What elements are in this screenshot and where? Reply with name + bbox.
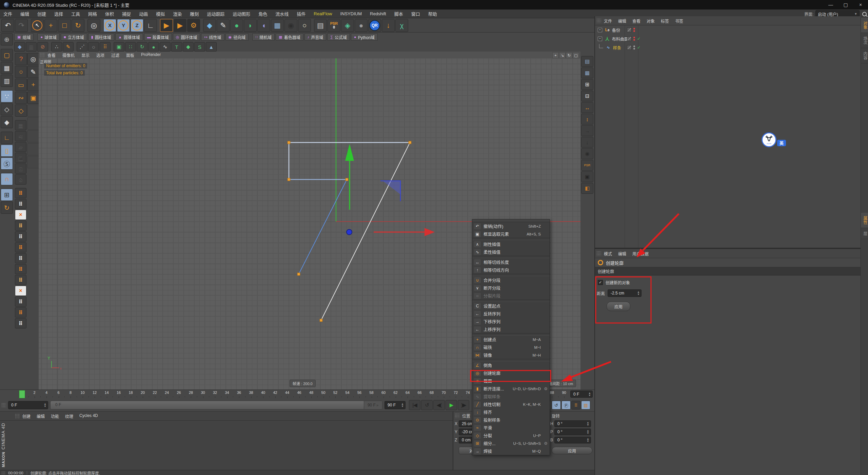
tool-render-settings[interactable]: ⚙ (187, 19, 200, 32)
tool-▲[interactable]: ▲ (206, 42, 217, 52)
menu-item-插件[interactable]: 插件 (297, 11, 305, 17)
enabled-check-icon[interactable]: ✓ (637, 45, 640, 50)
next-key[interactable]: )▶ (458, 400, 469, 410)
swatch-10[interactable]: ⠿ (15, 297, 26, 307)
object-label[interactable]: 样条 (613, 45, 621, 51)
tool-sweep[interactable]: ◗ (244, 19, 257, 32)
keyframe-dots[interactable]: ⠿ (571, 401, 580, 410)
tool-psr[interactable]: PSR0 (328, 19, 340, 32)
menu-item-脚本[interactable]: 脚本 (394, 11, 403, 17)
tool-rotate[interactable]: ↻ (72, 19, 84, 32)
menu-item-创建[interactable]: 创建 (37, 11, 46, 17)
current-frame-field[interactable]: 0 F▲▼ (570, 391, 593, 398)
menu-item-平滑[interactable]: ≈平滑 (472, 424, 550, 432)
menu-item-INSYDIUM[interactable]: INSYDIUM (340, 11, 362, 16)
distance-field[interactable]: -2.5 cm▲▼ (608, 289, 642, 297)
tab-属性[interactable]: 属性 (861, 213, 868, 228)
record-add[interactable]: ◉ (581, 148, 593, 159)
menu-item-运动图形[interactable]: 运动图形 (233, 11, 250, 17)
section-header[interactable]: 创建轮廓 (595, 267, 861, 276)
menu-item-线性切割[interactable]: ╱线性切割K~K, M~K (472, 400, 550, 408)
tool-subdivision-surface[interactable]: ● (230, 19, 243, 32)
menu-item-撤销(动作)[interactable]: ↶撤销(动作)Shift+Z (472, 222, 550, 230)
points-mode[interactable]: ∵ (1, 90, 13, 102)
coord-P-field[interactable]: 0 °▲▼ (554, 429, 591, 435)
swatch-1[interactable]: ⠿ (15, 199, 26, 209)
translate-bubble[interactable]: 英 (777, 140, 786, 146)
menu-item-模拟[interactable]: 模拟 (156, 11, 165, 17)
field-胶囊体域[interactable]: ▬胶囊体域 (144, 33, 172, 41)
outline-tool[interactable]: ◎ (27, 53, 39, 65)
tool-⋰[interactable]: ⋰ (77, 42, 87, 52)
menu-item-捕捉[interactable]: 捕捉 (122, 11, 131, 17)
menu-item-对象[interactable]: 对象 (647, 18, 655, 24)
field-立方体域[interactable]: ■立方体域 (61, 33, 87, 41)
menu-item-分裂[interactable]: ◇分裂U~P (472, 432, 550, 439)
rotate-workplane[interactable]: ↻ (1, 202, 13, 214)
rectangle-selection[interactable]: ▭ (15, 79, 27, 91)
menu-item-查看[interactable]: 查看 (632, 18, 640, 24)
field-圆柱体域[interactable]: ▮圆柱体域 (88, 33, 114, 41)
display-filter[interactable]: ◧ (581, 183, 593, 194)
object-label[interactable]: 布料曲面 (612, 36, 628, 42)
swatch-3[interactable]: ⠿ (15, 221, 26, 231)
content-browser[interactable]: ⊕ (1, 33, 13, 45)
polygons-mode[interactable]: ◆ (1, 116, 13, 128)
tool-disabled[interactable]: ⇆ (15, 131, 26, 141)
tool-disabled[interactable]: ◪ (15, 153, 26, 163)
menu-item-运动跟踪[interactable]: 运动跟踪 (207, 11, 224, 17)
field-着色器域[interactable]: ▦着色器域 (276, 33, 303, 41)
field-球体域[interactable]: ●球体域 (37, 33, 60, 41)
end-frame-spinner[interactable]: 90 F▲▼ (384, 401, 406, 409)
tool-script[interactable]: ▤ (314, 19, 327, 32)
menu-item-选择[interactable]: 选择 (54, 11, 63, 17)
zoom-view-icon[interactable]: ↘ (559, 52, 566, 58)
field-组域[interactable]: ▣组域 (14, 33, 34, 41)
menu-item-排齐[interactable]: ↓排齐 (472, 408, 550, 416)
monitor[interactable]: ▣ (581, 171, 593, 182)
tool-last-tool[interactable]: ◎ (87, 19, 100, 32)
drag-handle-icon[interactable] (40, 53, 45, 57)
tool-add-cube[interactable]: ◆ (203, 19, 216, 32)
menu-item-RealFlow[interactable]: RealFlow (314, 11, 332, 16)
cube-tool[interactable]: ▣ (27, 92, 39, 104)
polygon-selection[interactable]: ◇ (15, 104, 27, 117)
drag-handle-icon[interactable] (596, 18, 601, 23)
menu-item-上移序列[interactable]: ←上移序列 (472, 325, 550, 333)
tool-lock-y[interactable]: Y (117, 19, 130, 32)
menu-item-流水线[interactable]: 流水线 (275, 11, 289, 17)
object-toggles[interactable]: ✓ (627, 36, 640, 41)
tool-pipette-drop[interactable]: ↓ (382, 19, 395, 32)
goto-start[interactable]: |◀ (409, 400, 420, 410)
align-right[interactable]: → (581, 125, 593, 136)
menu-item-窗口[interactable]: 窗口 (411, 11, 420, 17)
field-声音域[interactable]: ♪声音域 (304, 33, 327, 41)
swatch-7[interactable]: ⠿ (15, 264, 26, 274)
tool-↻[interactable]: ↻ (137, 42, 147, 52)
menu-item-磁铁[interactable]: ∩磁铁M~I (472, 343, 550, 351)
menu-item-功能[interactable]: 功能 (51, 413, 59, 419)
tool-sky[interactable]: ● (355, 19, 368, 32)
menu-item-网格[interactable]: 网格 (88, 11, 97, 17)
lock-workplane[interactable]: ⊞ (1, 189, 13, 201)
layer-icon[interactable] (627, 45, 632, 50)
tool-disabled[interactable]: ▤ (15, 120, 26, 130)
tool-disabled[interactable]: ⊡ (15, 164, 26, 174)
menu-item-断开分段[interactable]: ∨断开分段 (472, 284, 550, 292)
menu-item-帮助[interactable]: 帮助 (428, 11, 437, 17)
maximize-button[interactable]: ▢ (838, 0, 853, 10)
tool-lock-z[interactable]: Z (131, 19, 143, 32)
menu-item-角色[interactable]: 角色 (258, 11, 267, 17)
menu-item-摄像机[interactable]: 摄像机 (62, 52, 75, 58)
swatch-5[interactable]: ⠿ (15, 242, 26, 252)
tool-◆[interactable]: ◆ (14, 42, 25, 52)
menu-item-编辑[interactable]: 编辑 (37, 413, 45, 419)
swatch-12[interactable]: ⠿ (15, 318, 26, 328)
tool-light[interactable]: ○ (298, 19, 311, 32)
menu-item-编辑[interactable]: 编辑 (618, 251, 626, 256)
menu-item-下移序列[interactable]: →下移序列 (472, 318, 550, 325)
menu-item-文件[interactable]: 文件 (604, 18, 612, 24)
menu-item-雕刻[interactable]: 雕刻 (190, 11, 199, 17)
menu-item-动画[interactable]: 动画 (139, 11, 148, 17)
add-node[interactable]: ⊞ (581, 79, 593, 90)
